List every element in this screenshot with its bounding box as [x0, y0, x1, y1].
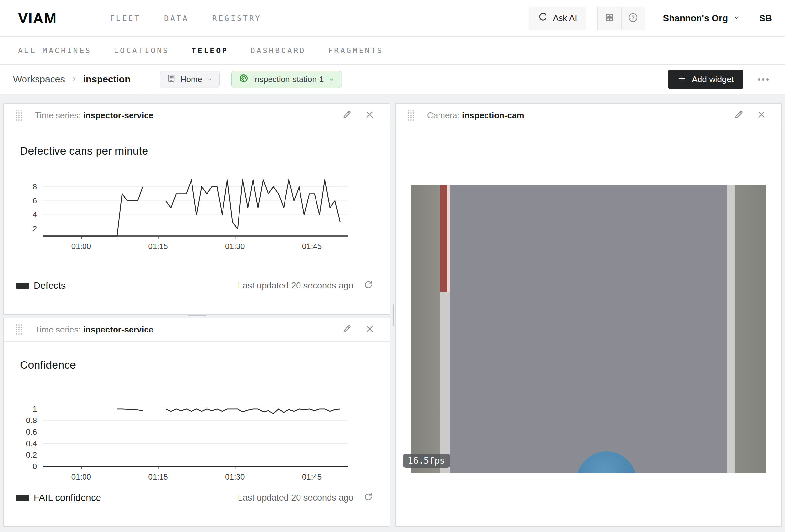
tab-all-machines[interactable]: ALL MACHINES: [18, 46, 92, 55]
legend-label: Defects: [33, 280, 66, 291]
drag-handle[interactable]: [16, 110, 22, 121]
avatar[interactable]: SB: [759, 13, 772, 24]
fps-badge: 16.5fps: [403, 454, 450, 468]
conveyor-right-strip: [727, 185, 735, 473]
legend-swatch: [16, 283, 29, 289]
machine-selector-pill[interactable]: inspection-station-1: [231, 71, 342, 88]
chart-title: Defective cans per minute: [20, 144, 389, 157]
primary-nav: FLEET DATA REGISTRY: [110, 14, 261, 23]
close-icon: [365, 324, 375, 335]
more-options-button[interactable]: [755, 75, 772, 84]
widget-timeseries-confidence: Time series: inspector-service Confidenc…: [3, 318, 390, 527]
tab-locations[interactable]: LOCATIONS: [114, 46, 169, 55]
tab-teleop[interactable]: TELEOP: [192, 46, 228, 55]
breadcrumb: Workspaces inspection: [13, 72, 138, 86]
ask-ai-label: Ask AI: [553, 13, 577, 23]
last-updated-text: Last updated 20 seconds ago: [238, 493, 353, 503]
svg-text:01:00: 01:00: [72, 472, 91, 481]
refresh-button[interactable]: [362, 279, 375, 292]
edit-widget-button[interactable]: [731, 108, 746, 123]
chevron-down-icon: [329, 75, 334, 84]
refresh-icon: [363, 492, 374, 504]
add-widget-label: Add widget: [692, 74, 734, 84]
close-icon: [365, 110, 375, 121]
chevron-right-icon: [71, 75, 77, 83]
red-marker-bar: [440, 185, 447, 292]
widget-header: Time series: inspector-service: [4, 318, 389, 342]
plus-icon: [677, 74, 686, 85]
conveyor-right-rail: [735, 185, 766, 473]
close-widget-button[interactable]: [362, 108, 377, 123]
help-icon-group: [598, 6, 645, 30]
chart-legend: FAIL confidence Last updated 20 seconds …: [16, 491, 375, 504]
svg-text:0.6: 0.6: [26, 427, 37, 436]
close-widget-button[interactable]: [754, 108, 769, 123]
row-resize-handle[interactable]: [3, 315, 390, 318]
help-icon: [628, 12, 638, 24]
svg-text:01:30: 01:30: [225, 242, 245, 251]
widget-header: Time series: inspector-service: [4, 104, 389, 128]
tab-fragments[interactable]: FRAGMENTS: [328, 46, 384, 55]
drag-handle[interactable]: [408, 110, 414, 121]
svg-text:01:30: 01:30: [225, 472, 245, 481]
help-button[interactable]: [621, 7, 645, 30]
breadcrumb-workspaces[interactable]: Workspaces: [13, 74, 65, 85]
svg-text:4: 4: [33, 210, 37, 219]
breadcrumb-current-workspace[interactable]: inspection: [83, 74, 130, 85]
camera-body: 16.5fps: [396, 128, 781, 527]
widget-timeseries-defects: Time series: inspector-service Defective…: [3, 103, 390, 315]
svg-text:1: 1: [33, 404, 37, 413]
svg-text:01:45: 01:45: [302, 242, 322, 251]
svg-text:8: 8: [33, 182, 37, 191]
logo-divider: [83, 8, 83, 29]
workspace-selector-button[interactable]: Home: [160, 71, 220, 88]
nav-item-fleet[interactable]: FLEET: [110, 14, 141, 23]
nav-item-registry[interactable]: REGISTRY: [212, 14, 262, 23]
red-marker-highlight: [447, 185, 450, 292]
camera-feed-image: [411, 185, 766, 473]
viam-logo: VIAM: [18, 9, 57, 27]
svg-text:01:15: 01:15: [148, 242, 168, 251]
teleop-workspace-canvas: Time series: inspector-service Defective…: [0, 94, 785, 532]
last-updated-text: Last updated 20 seconds ago: [238, 281, 353, 291]
defects-chart: 246801:0001:1501:3001:45: [15, 171, 389, 254]
svg-text:01:00: 01:00: [72, 242, 91, 251]
nav-item-data[interactable]: DATA: [164, 14, 188, 23]
text-cursor: [138, 72, 138, 86]
widget-header: Camera: inspection-cam: [396, 104, 781, 128]
conveyor-left-rail: [411, 185, 440, 473]
refresh-icon: [363, 280, 374, 291]
widget-title: Time series: inspector-service: [35, 110, 153, 121]
add-widget-button[interactable]: Add widget: [668, 70, 743, 89]
close-icon: [757, 110, 766, 121]
edit-widget-button[interactable]: [339, 322, 354, 337]
ask-ai-button[interactable]: Ask AI: [529, 6, 586, 30]
machine-broadcast-icon: [239, 73, 249, 85]
svg-text:6: 6: [33, 196, 37, 205]
tab-dashboard[interactable]: DASHBOARD: [251, 46, 306, 55]
edit-widget-button[interactable]: [339, 108, 354, 123]
widget-title: Time series: inspector-service: [35, 325, 153, 335]
org-name: Shannon's Org: [663, 13, 728, 24]
drag-handle[interactable]: [16, 324, 22, 335]
chart-title: Confidence: [20, 358, 389, 371]
legend-swatch: [16, 495, 29, 501]
chevron-down-icon: [733, 14, 740, 23]
workspace-name: Home: [180, 75, 202, 84]
teleop-toolbar: Workspaces inspection Home inspection-st…: [0, 64, 785, 94]
docs-button[interactable]: [598, 7, 621, 30]
column-resize-handle[interactable]: [390, 103, 396, 527]
ask-ai-icon: [537, 11, 549, 25]
legend-label: FAIL confidence: [33, 493, 101, 503]
refresh-button[interactable]: [362, 491, 375, 504]
conveyor-belt-surface: [450, 185, 727, 473]
close-widget-button[interactable]: [362, 322, 377, 337]
machine-name: inspection-station-1: [253, 75, 324, 84]
chevron-down-icon: [207, 75, 213, 84]
org-switcher[interactable]: Shannon's Org: [663, 13, 741, 24]
svg-text:2: 2: [33, 224, 37, 233]
svg-text:0: 0: [33, 462, 37, 471]
svg-text:01:45: 01:45: [302, 472, 322, 481]
svg-text:0.2: 0.2: [26, 451, 37, 459]
top-header: VIAM FLEET DATA REGISTRY Ask AI: [0, 0, 785, 36]
